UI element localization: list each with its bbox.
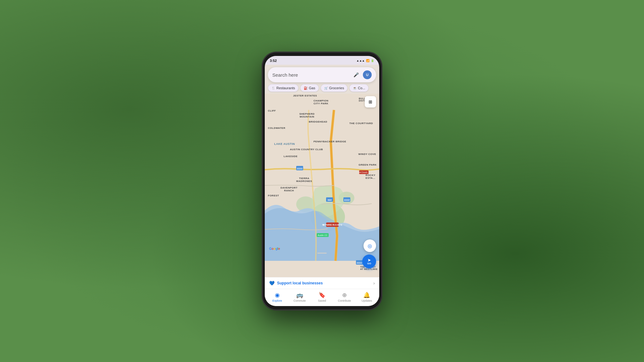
restaurants-icon: 🍴: [271, 86, 275, 90]
avatar-button[interactable]: U: [363, 70, 372, 79]
label-green-park: GREEN PARK: [358, 163, 377, 166]
label-windy-cove: WINDY COVE: [358, 153, 376, 156]
saved-icon: 🔖: [319, 292, 325, 299]
phone-scene: 3:52 ▲▲▲ 📶 🔋 Search here 🎤 U: [196, 16, 448, 346]
svg-text:🍽 Count...: 🍽 Count...: [358, 171, 369, 173]
label-lake-austin: Lake Austin: [274, 142, 295, 145]
phone-screen: 3:52 ▲▲▲ 📶 🔋 Search here 🎤 U: [265, 56, 379, 306]
svg-text:360: 360: [327, 199, 332, 201]
label-bridgehead: BRIDGEHEAD: [309, 120, 327, 123]
svg-text:2222: 2222: [344, 199, 350, 201]
layers-icon: ⊞: [369, 99, 372, 104]
bottom-navigation: ◉ Explore 🚌 Commute 🔖 Saved ⊕ Contribute…: [265, 289, 379, 306]
svg-text:Austin CC: Austin CC: [318, 234, 328, 236]
location-icon: ◎: [368, 243, 372, 249]
label-acc: Austin Country Club: [290, 148, 323, 151]
chip-restaurants[interactable]: 🍴 Restaurants: [268, 84, 298, 92]
layers-button[interactable]: ⊞: [365, 96, 376, 107]
explore-label: Explore: [272, 299, 282, 302]
phone-frame: 3:52 ▲▲▲ 📶 🔋 Search here 🎤 U: [262, 52, 382, 310]
chip-coffee[interactable]: ☕ Co...: [349, 84, 369, 92]
status-time: 3:52: [270, 59, 277, 63]
google-watermark: Google: [269, 247, 280, 250]
label-cliff: CLIFF: [268, 109, 276, 112]
go-button[interactable]: ➤ GO: [362, 255, 376, 268]
local-businesses-text: Support local businesses: [277, 281, 323, 285]
status-icons: ▲▲▲ 📶 🔋: [356, 59, 374, 62]
battery-icon: 🔋: [371, 59, 374, 62]
svg-text:2222: 2222: [357, 261, 362, 264]
label-forest: FOREST: [268, 194, 279, 197]
signal-icon: ▲▲▲: [356, 59, 365, 62]
banner-content: 💙 Support local businesses: [269, 281, 323, 286]
nav-item-saved[interactable]: 🔖 Saved: [311, 292, 333, 302]
svg-text:🍽 PARIS IN A BITE: 🍽 PARIS IN A BITE: [322, 224, 342, 226]
banner-arrow-icon: ›: [373, 281, 375, 286]
heart-icon: 💙: [269, 281, 275, 286]
map-area[interactable]: 2222 2222 2222 360 🍽 PARIS IN A BITE Aus…: [265, 94, 379, 277]
wifi-icon: 📶: [366, 59, 369, 62]
updates-icon: 🔔: [363, 292, 370, 299]
nav-item-commute[interactable]: 🚌 Commute: [288, 292, 311, 302]
chip-groceries[interactable]: 🛒 Groceries: [321, 84, 348, 92]
label-lakeside: LAKESIDE: [284, 155, 297, 158]
chip-gas-label: Gas: [309, 86, 315, 90]
go-arrow-icon: ➤: [368, 258, 371, 262]
commute-icon: 🚌: [296, 292, 303, 299]
explore-icon: ◉: [275, 292, 280, 299]
mic-button[interactable]: 🎤: [352, 70, 360, 79]
chip-groceries-label: Groceries: [329, 86, 344, 90]
saved-label: Saved: [318, 299, 326, 302]
chip-restaurants-label: Restaurants: [276, 86, 295, 90]
contribute-icon: ⊕: [342, 292, 347, 299]
chip-coffee-label: Co...: [358, 86, 365, 90]
label-jester: JESTER ESTATES: [293, 94, 317, 97]
contribute-label: Contribute: [338, 299, 351, 302]
commute-label: Commute: [293, 299, 306, 302]
gas-icon: ⛽: [304, 86, 308, 90]
label-davenport: DAVENPORTRANCH: [280, 186, 297, 192]
nav-item-contribute[interactable]: ⊕ Contribute: [333, 292, 356, 302]
label-courtyard: THE COURTYARD: [349, 122, 373, 125]
chip-gas[interactable]: ⛽ Gas: [300, 84, 319, 92]
label-champion: CHAMPIONCITY PARK: [314, 99, 329, 105]
filter-chips: 🍴 Restaurants ⛽ Gas 🛒 Groceries ☕ Co...: [265, 84, 379, 94]
location-button[interactable]: ◎: [364, 239, 376, 252]
coffee-icon: ☕: [353, 86, 357, 90]
svg-text:2222: 2222: [297, 167, 303, 170]
label-pennybacker: Pennybacker Bridge: [314, 140, 346, 143]
search-action-icons: 🎤 U: [352, 70, 372, 79]
scroll-indicator: [317, 253, 327, 254]
updates-label: Updates: [362, 299, 372, 302]
groceries-icon: 🛒: [324, 86, 328, 90]
status-bar: 3:52 ▲▲▲ 📶 🔋: [265, 56, 379, 65]
nav-item-updates[interactable]: 🔔 Updates: [356, 292, 378, 302]
avatar-initials: U: [366, 73, 369, 77]
label-tierra: TIERRAMADRONES: [296, 177, 312, 183]
local-businesses-banner[interactable]: 💙 Support local businesses ›: [265, 277, 379, 289]
label-shepherd: SHEPHERDMOUNTAIN: [299, 112, 314, 118]
label-coldwater: COLDWATER: [268, 127, 285, 129]
go-label: GO: [367, 262, 371, 265]
label-rocky: ROCKYESTA...: [366, 174, 375, 179]
nav-item-explore[interactable]: ◉ Explore: [266, 292, 288, 302]
search-bar[interactable]: Search here 🎤 U: [268, 67, 376, 82]
search-placeholder: Search here: [272, 72, 352, 78]
